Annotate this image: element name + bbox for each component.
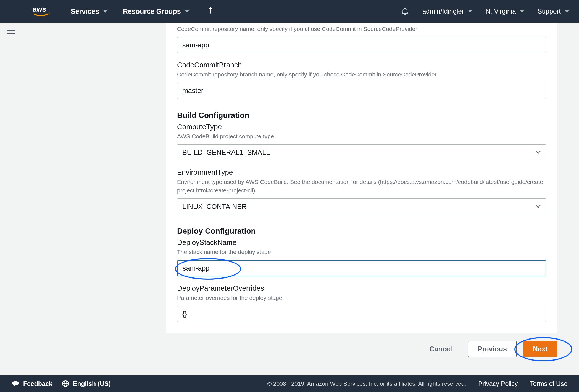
- chevron-down-icon: [103, 10, 107, 13]
- next-button[interactable]: Next: [523, 341, 557, 357]
- language-label: English (US): [73, 380, 111, 388]
- nav-region[interactable]: N. Virginia: [486, 7, 524, 15]
- main-content: CodeCommit repository name, only specify…: [23, 23, 579, 375]
- field-compute-type: ComputeType AWS CodeBuild project comput…: [177, 123, 546, 160]
- notifications-bell-icon[interactable]: [401, 6, 409, 16]
- codecommit-repo-desc: CodeCommit repository name, only specify…: [177, 25, 546, 33]
- pin-icon[interactable]: [207, 7, 214, 16]
- field-deploy-stack: DeployStackName The stack name for the d…: [177, 238, 546, 276]
- chevron-down-icon: [565, 10, 569, 13]
- svg-point-1: [12, 381, 19, 385]
- nav-resource-groups[interactable]: Resource Groups: [123, 7, 189, 15]
- nav-resource-groups-label: Resource Groups: [123, 7, 181, 15]
- feedback-link[interactable]: Feedback: [12, 380, 52, 388]
- compute-type-desc: AWS CodeBuild project compute type.: [177, 132, 546, 141]
- nav-region-label: N. Virginia: [486, 7, 516, 15]
- environment-type-desc: Environment type used by AWS CodeBuild. …: [177, 178, 546, 195]
- compute-type-value: BUILD_GENERAL1_SMALL: [177, 144, 546, 160]
- environment-type-select[interactable]: LINUX_CONTAINER: [177, 198, 546, 214]
- parameters-card: CodeCommit repository name, only specify…: [166, 23, 557, 333]
- nav-account[interactable]: admin/fdingler: [422, 7, 472, 15]
- sidebar-toggle-icon[interactable]: [7, 28, 15, 38]
- aws-logo[interactable]: aws: [33, 5, 54, 18]
- feedback-label: Feedback: [23, 380, 52, 388]
- nav-support[interactable]: Support: [538, 7, 569, 15]
- privacy-policy-link[interactable]: Privacy Policy: [478, 380, 518, 388]
- copyright-text: © 2008 - 2019, Amazon Web Services, Inc.…: [267, 380, 466, 387]
- deploy-stack-desc: The stack name for the deploy stage: [177, 248, 546, 256]
- next-button-wrap: Next: [523, 341, 557, 357]
- nav-support-label: Support: [538, 7, 561, 15]
- globe-icon: [62, 380, 69, 387]
- codecommit-branch-input[interactable]: [177, 83, 546, 99]
- nav-services[interactable]: Services: [71, 7, 107, 15]
- cancel-button[interactable]: Cancel: [420, 341, 461, 357]
- chevron-down-icon: [520, 10, 524, 13]
- aws-footer: Feedback English (US) © 2008 - 2019, Ama…: [0, 375, 579, 392]
- terms-of-use-link[interactable]: Terms of Use: [530, 380, 567, 388]
- nav-left-group: Services Resource Groups: [71, 7, 214, 16]
- footer-left: Feedback English (US): [12, 380, 111, 388]
- svg-text:aws: aws: [33, 5, 46, 13]
- deploy-stack-label: DeployStackName: [177, 238, 546, 247]
- build-config-heading: Build Configuration: [177, 111, 546, 120]
- language-selector[interactable]: English (US): [62, 380, 111, 388]
- deploy-stack-input[interactable]: [177, 260, 546, 276]
- deploy-overrides-input[interactable]: [177, 306, 546, 322]
- codecommit-repo-input[interactable]: [177, 37, 546, 53]
- footer-right: © 2008 - 2019, Amazon Web Services, Inc.…: [267, 380, 567, 388]
- previous-button[interactable]: Previous: [468, 341, 517, 357]
- field-codecommit-branch: CodeCommitBranch CodeCommit repository b…: [177, 61, 546, 99]
- compute-type-select[interactable]: BUILD_GENERAL1_SMALL: [177, 144, 546, 160]
- deploy-overrides-label: DeployParameterOverrides: [177, 284, 546, 293]
- chevron-down-icon: [468, 10, 472, 13]
- aws-top-header: aws Services Resource Groups admin/fding…: [0, 0, 579, 23]
- compute-type-label: ComputeType: [177, 123, 546, 131]
- codecommit-branch-desc: CodeCommit repository branch name, only …: [177, 70, 546, 79]
- field-environment-type: EnvironmentType Environment type used by…: [177, 168, 546, 214]
- wizard-buttons-row: Cancel Previous Next: [166, 341, 557, 357]
- environment-type-value: LINUX_CONTAINER: [177, 198, 546, 214]
- deploy-overrides-desc: Parameter overrides for the deploy stage: [177, 294, 546, 302]
- deploy-config-heading: Deploy Configuration: [177, 227, 546, 235]
- nav-right-group: admin/fdingler N. Virginia Support: [401, 6, 569, 16]
- field-deploy-overrides: DeployParameterOverrides Parameter overr…: [177, 284, 546, 322]
- speech-bubble-icon: [12, 380, 19, 387]
- codecommit-branch-label: CodeCommitBranch: [177, 61, 546, 69]
- nav-services-label: Services: [71, 7, 99, 15]
- chevron-down-icon: [185, 10, 189, 13]
- field-codecommit-repo: CodeCommit repository name, only specify…: [177, 25, 546, 53]
- environment-type-label: EnvironmentType: [177, 168, 546, 177]
- nav-account-label: admin/fdingler: [422, 7, 464, 15]
